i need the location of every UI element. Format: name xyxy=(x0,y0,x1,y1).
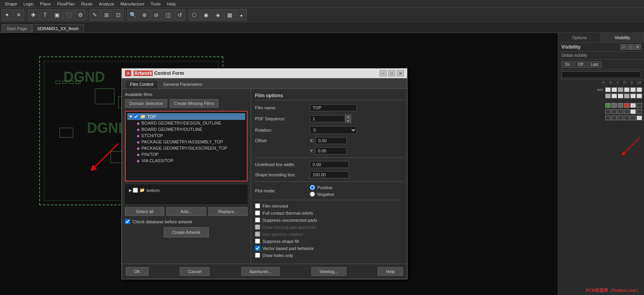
pdf-sequence-up[interactable]: ▲ xyxy=(345,114,351,119)
tree-item-silkscreen-top[interactable]: ◆ PACKAGE GEOMETRY/SILKSCREEN_TOP xyxy=(135,145,245,151)
tree-item-design-outline[interactable]: ◆ BOARD GEOMETRY/DESIGN_OUTLINE xyxy=(135,120,245,126)
vis-cell-color-2-4[interactable] xyxy=(624,109,630,114)
create-missing-btn[interactable]: Create Missing Films xyxy=(170,99,219,108)
toolbar-btn-10[interactable]: ⊡ xyxy=(113,9,124,20)
vis-cell-color-1-3[interactable] xyxy=(618,103,623,108)
full-contact-checkbox[interactable] xyxy=(255,210,260,215)
menu-place[interactable]: Place xyxy=(37,2,54,6)
vis-cell-color-2-2[interactable] xyxy=(611,109,617,114)
vis-cell-color-2-3[interactable] xyxy=(618,109,623,114)
ok-btn[interactable]: OK xyxy=(126,267,148,276)
visibility-filter-input[interactable] xyxy=(561,71,641,78)
right-panel-tab-visibility[interactable]: Visibility xyxy=(601,33,644,42)
toolbar-btn-2[interactable]: ✕ xyxy=(13,9,24,20)
vis-cell-color-3-4[interactable] xyxy=(624,116,630,120)
replace-btn[interactable]: Replace... xyxy=(208,207,248,216)
vis-cell-color-1-1[interactable] xyxy=(605,103,611,108)
vis-cell-color-3-1[interactable] xyxy=(605,116,611,120)
menu-tools[interactable]: Tools xyxy=(148,2,164,6)
help-btn[interactable]: Help xyxy=(378,267,403,276)
dialog-tab-film-control[interactable]: Film Control xyxy=(125,80,158,89)
vis-cell-2-6[interactable] xyxy=(637,94,642,98)
toolbar-btn-17[interactable]: ◉ xyxy=(201,9,212,20)
suppress-unconnected-checkbox[interactable] xyxy=(255,217,260,223)
viewlog-btn[interactable]: Viewlog... xyxy=(311,267,347,276)
dialog-tab-general-params[interactable]: General Parameters xyxy=(158,80,207,89)
vis-cell-color-3-3[interactable] xyxy=(618,116,623,120)
shape-bounding-box-input[interactable] xyxy=(310,171,349,178)
visibility-maximize[interactable]: □ xyxy=(628,44,634,50)
toolbar-btn-9[interactable]: ⊞ xyxy=(101,9,112,20)
vis-cell-color-2-5[interactable] xyxy=(630,109,636,114)
vis-cell-color-2-6[interactable] xyxy=(637,109,642,114)
vis-cell-2-5[interactable] xyxy=(630,94,636,98)
vis-cell-color-3-2[interactable] xyxy=(611,116,617,120)
pdf-sequence-input[interactable] xyxy=(310,115,345,122)
tree-item-bottom[interactable]: ▶ 📁 bottom xyxy=(127,187,245,194)
toolbar-btn-13[interactable]: ⊖ xyxy=(151,9,162,20)
offset-x-input[interactable] xyxy=(315,137,347,144)
tree-checkbox-bottom[interactable] xyxy=(133,188,138,193)
offset-y-input[interactable] xyxy=(315,147,347,154)
toolbar-btn-18[interactable]: ◈ xyxy=(212,9,223,20)
undefined-line-width-input[interactable] xyxy=(310,161,349,168)
right-panel-tab-options[interactable]: Options xyxy=(558,33,601,42)
check-database-checkbox[interactable] xyxy=(125,219,130,224)
dialog-minimize-btn[interactable]: ─ xyxy=(380,70,387,76)
menu-route[interactable]: Route xyxy=(78,2,96,6)
visibility-minimize[interactable]: ─ xyxy=(620,44,627,50)
toolbar-btn-4[interactable]: T xyxy=(40,9,51,20)
tree-item-via-class-top[interactable]: ◆ VIA CLASS/TOP xyxy=(135,157,245,164)
toolbar-btn-19[interactable]: ▦ xyxy=(224,9,235,20)
tree-toggle-bottom[interactable]: ▶ xyxy=(129,188,132,192)
tree-checkbox-top[interactable] xyxy=(134,114,139,119)
tree-item-outline[interactable]: ◆ BOARD GEOMETRY/OUTLINE xyxy=(135,126,245,132)
menu-help[interactable]: Help xyxy=(164,2,179,6)
domain-selection-btn[interactable]: Domain Selection xyxy=(125,99,167,108)
visibility-on-btn[interactable]: On xyxy=(561,61,573,68)
vis-cell-color-1-6[interactable] xyxy=(637,103,642,108)
suppress-shape-checkbox[interactable] xyxy=(255,239,260,244)
tree-item-pin-top[interactable]: ◆ PIN/TOP xyxy=(135,151,245,157)
vis-cell-color-1-2[interactable] xyxy=(611,103,617,108)
vis-cell-color-1-4[interactable] xyxy=(624,103,630,108)
vis-cell-2-4[interactable] xyxy=(624,94,630,98)
draw-missing-checkbox[interactable] xyxy=(255,224,260,230)
film-mirrored-checkbox[interactable] xyxy=(255,203,260,208)
create-artwork-btn[interactable]: Create Artwork xyxy=(164,227,209,237)
tab-sdramx1[interactable]: SDRAMX1_XX_finish xyxy=(32,24,84,33)
toolbar-btn-6[interactable]: ⬛ xyxy=(63,9,74,20)
apertures-btn[interactable]: Apertures... xyxy=(241,267,280,276)
visibility-last-btn[interactable]: Last xyxy=(588,61,602,68)
vis-cell-color-1-5[interactable]: ✓ xyxy=(630,103,636,108)
vis-cell-2-2[interactable] xyxy=(611,94,617,98)
toolbar-btn-15[interactable]: ↺ xyxy=(174,9,185,20)
visibility-close[interactable]: ✕ xyxy=(635,44,641,50)
vis-cell-1-4[interactable] xyxy=(624,87,630,92)
menu-shape[interactable]: Shape xyxy=(2,2,20,6)
toolbar-btn-1[interactable]: ✦ xyxy=(2,9,13,20)
toolbar-btn-8[interactable]: ✎ xyxy=(89,9,100,20)
vis-cell-2-3[interactable] xyxy=(618,94,623,98)
menu-flowplan[interactable]: FlowPlan xyxy=(54,2,78,6)
select-all-btn[interactable]: Select all xyxy=(125,207,164,216)
tab-start-page[interactable]: Start Page xyxy=(2,24,32,33)
vis-cell-color-3-6[interactable] xyxy=(637,116,642,120)
tree-item-assembly-top[interactable]: ◆ PACKAGE GEOMETRY/ASSEMBLY_TOP xyxy=(135,139,245,145)
tree-item-etch-top[interactable]: ◆ ETCH/TOP xyxy=(135,132,245,139)
vis-cell-2-1[interactable] xyxy=(605,94,611,98)
toolbar-btn-12[interactable]: ⊕ xyxy=(139,9,150,20)
vis-cell-color-3-5[interactable] xyxy=(630,116,636,120)
vis-cell-1-3[interactable] xyxy=(618,87,623,92)
toolbar-btn-7[interactable]: ⚙ xyxy=(75,9,86,20)
vis-cell-1-1[interactable] xyxy=(605,87,611,92)
visibility-off-btn[interactable]: Off xyxy=(574,61,586,68)
plot-mode-positive-radio[interactable] xyxy=(310,185,315,190)
menu-analyze[interactable]: Analyze xyxy=(96,2,117,6)
plot-mode-negative-radio[interactable] xyxy=(310,192,315,197)
pdf-sequence-down[interactable]: ▼ xyxy=(345,119,351,123)
use-aperture-checkbox[interactable] xyxy=(255,232,260,237)
toolbar-btn-3[interactable]: ✚ xyxy=(28,9,39,20)
vector-based-checkbox[interactable] xyxy=(255,246,260,251)
vis-cell-1-5[interactable] xyxy=(630,87,636,92)
